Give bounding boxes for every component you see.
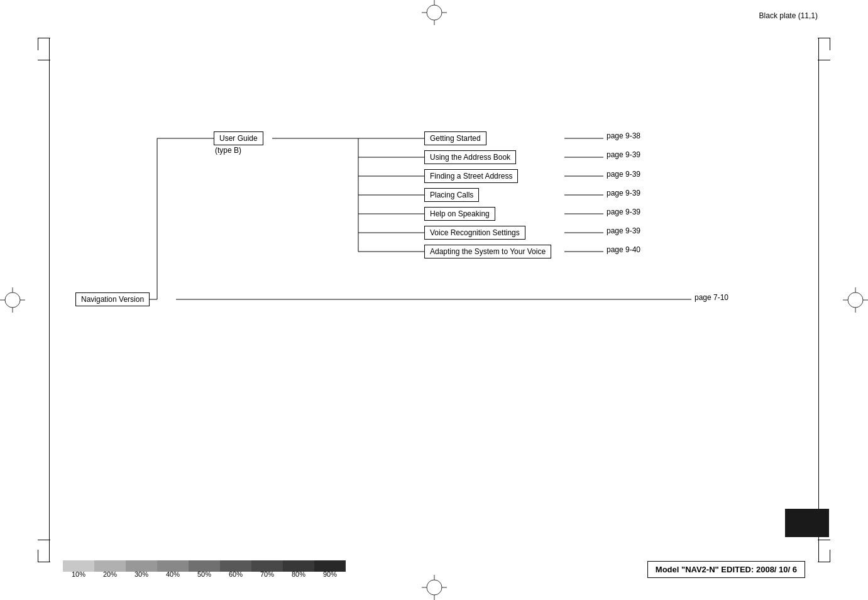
crosshair-bottom [422, 575, 447, 600]
page-ref-6: page 9-40 [607, 245, 640, 254]
hrule-tl [38, 60, 50, 60]
pct-40: 40% [157, 570, 189, 578]
node-voice-recognition: Voice Recognition Settings [424, 226, 525, 240]
model-info-box: Model "NAV2-N" EDITED: 2008/ 10/ 6 [647, 561, 805, 578]
pct-60: 60% [220, 570, 251, 578]
getting-started-label: Getting Started [424, 131, 486, 145]
bottom-gradient-section: 10% 20% 30% 40% 50% 60% 70% 80% 90% [63, 560, 346, 578]
page-ref-5: page 9-39 [607, 226, 640, 235]
pct-20: 20% [94, 570, 126, 578]
pct-90: 90% [314, 570, 346, 578]
page-ref-help-speaking: page 9-39 [607, 208, 640, 216]
page-ref-2: page 9-39 [607, 169, 640, 179]
page-ref-nav: page 7-10 [695, 292, 728, 302]
help-speaking-label: Help on Speaking [424, 207, 495, 221]
hrule-bl [38, 540, 50, 540]
node-user-guide: User Guide (type B) [214, 131, 263, 155]
crosshair-right [843, 287, 868, 313]
model-info-text: Model "NAV2-N" EDITED: 2008/ 10/ 6 [656, 565, 797, 574]
black-swatch [785, 509, 829, 537]
page-ref-getting-started: page 9-38 [607, 131, 640, 140]
adapting-label: Adapting the System to Your Voice [424, 245, 551, 258]
page-ref-nav-version: page 7-10 [695, 293, 728, 302]
node-adapting: Adapting the System to Your Voice [424, 245, 551, 258]
svg-point-15 [848, 292, 863, 308]
address-book-label: Using the Address Book [424, 150, 516, 164]
street-address-label: Finding a Street Address [424, 169, 518, 183]
vline-right [818, 38, 819, 562]
hrule-tr [818, 60, 830, 60]
svg-point-10 [5, 292, 20, 308]
crosshair-top [422, 0, 447, 25]
nav-version-label: Navigation Version [75, 292, 150, 306]
page-ref-street-address: page 9-39 [607, 170, 640, 179]
percent-labels: 10% 20% 30% 40% 50% 60% 70% 80% 90% [63, 570, 346, 578]
pct-10: 10% [63, 570, 94, 578]
node-navigation-version: Navigation Version [75, 292, 150, 306]
corner-mark-tl [38, 38, 50, 50]
diagram-wrapper: User Guide (type B) Navigation Version G… [75, 123, 792, 324]
page-ref-address-book: page 9-39 [607, 150, 640, 159]
vline-left [49, 38, 50, 562]
svg-point-0 [427, 5, 442, 20]
pct-80: 80% [283, 570, 314, 578]
page-ref-placing-calls: page 9-39 [607, 189, 640, 197]
node-getting-started: Getting Started [424, 131, 486, 145]
node-placing-calls: Placing Calls [424, 188, 479, 202]
voice-recognition-label: Voice Recognition Settings [424, 226, 525, 240]
node-address-book: Using the Address Book [424, 150, 516, 164]
crosshair-left [0, 287, 25, 313]
placing-calls-label: Placing Calls [424, 188, 479, 202]
node-help-speaking: Help on Speaking [424, 207, 495, 221]
user-guide-sublabel: (type B) [214, 146, 263, 155]
page-ref-4: page 9-39 [607, 207, 640, 216]
page-ref-3: page 9-39 [607, 188, 640, 197]
node-street-address: Finding a Street Address [424, 169, 518, 183]
page-ref-adapting: page 9-40 [607, 245, 640, 254]
pct-70: 70% [251, 570, 283, 578]
page-ref-1: page 9-39 [607, 150, 640, 159]
hrule-br [818, 540, 830, 540]
page-ref-0: page 9-38 [607, 131, 640, 140]
pct-50: 50% [189, 570, 220, 578]
pct-30: 30% [126, 570, 157, 578]
plate-text: Black plate (11,1) [759, 11, 818, 20]
svg-point-5 [427, 580, 442, 595]
page-ref-voice-recognition: page 9-39 [607, 226, 640, 235]
corner-mark-tr [818, 38, 830, 50]
gradient-bar [63, 560, 346, 570]
user-guide-label: User Guide [214, 131, 263, 145]
corner-mark-bl [38, 550, 50, 562]
corner-mark-br [818, 550, 830, 562]
